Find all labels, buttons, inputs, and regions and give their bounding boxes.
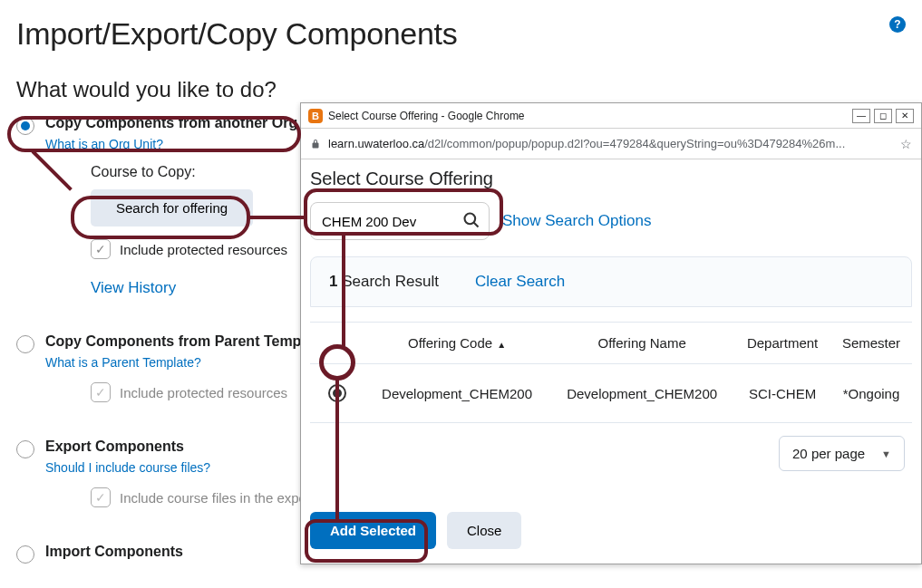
radio-label: Export Components [45,439,184,455]
col-offering-name[interactable]: Offering Name [549,323,734,364]
lock-icon [310,138,321,150]
include-course-files-checkbox: ✓ [91,487,111,507]
col-department[interactable]: Department [734,323,830,364]
bookmark-star-icon[interactable]: ☆ [900,137,912,151]
radio-copy-org-unit[interactable] [16,117,34,135]
popup-titlebar: B Select Course Offering - Google Chrome… [301,103,921,129]
row-select-radio[interactable] [328,384,346,402]
include-protected-label: Include protected resources [120,242,287,257]
include-course-files-label: Include course files in the expo [120,490,306,506]
brightspace-icon: B [308,109,323,123]
page-title: Import/Export/Copy Components [0,0,922,52]
svg-line-1 [474,223,479,227]
pager-label: 20 per page [792,446,865,461]
select-course-offering-popup: B Select Course Offering - Google Chrome… [300,102,922,564]
include-protected-checkbox[interactable]: ✓ [91,239,111,259]
help-icon[interactable]: ? [889,16,906,33]
table-row[interactable]: Development_CHEM200 Development_CHEM200 … [310,364,912,423]
popup-heading: Select Course Offering [310,161,912,189]
col-select [310,323,364,364]
cell-offering-name: Development_CHEM200 [549,364,734,423]
cell-offering-code: Development_CHEM200 [364,364,549,423]
results-summary-bar: 1 Search Result Clear Search [310,256,912,307]
results-count: 1 Search Result [329,273,439,291]
window-close-button[interactable]: ✕ [896,109,914,123]
search-icon[interactable] [462,211,480,229]
col-offering-code[interactable]: Offering Code▲ [364,323,549,364]
window-maximize-button[interactable]: ◻ [874,109,892,123]
col-semester[interactable]: Semester [830,323,912,364]
radio-export[interactable] [16,440,34,458]
show-search-options-link[interactable]: Show Search Options [502,212,651,230]
search-for-offering-button[interactable]: Search for offering [91,189,253,227]
radio-label: Import Components [45,544,183,560]
clear-search-link[interactable]: Clear Search [475,273,565,291]
sort-asc-icon: ▲ [497,340,506,350]
subheading: What would you like to do? [0,52,922,110]
radio-import[interactable] [16,545,34,564]
cell-department: SCI-CHEM [734,364,830,423]
address-path: /d2l/common/popup/popup.d2l?ou=479284&qu… [424,137,845,150]
chevron-down-icon: ▼ [881,448,891,459]
results-per-page-select[interactable]: 20 per page ▼ [779,436,905,471]
include-protected-checkbox-parent: ✓ [91,382,111,402]
radio-copy-parent[interactable] [16,335,34,353]
address-bar[interactable]: learn.uwaterloo.ca/d2l/common/popup/popu… [301,129,921,159]
window-minimize-button[interactable]: — [852,109,870,123]
popup-window-title: Select Course Offering - Google Chrome [328,110,525,122]
cell-semester: *Ongoing [830,364,912,423]
radio-label: Copy Components from another Org Unit [45,115,330,131]
address-host: learn.uwaterloo.ca [328,137,424,150]
add-selected-button[interactable]: Add Selected [310,512,436,549]
results-table: Offering Code▲ Offering Name Department … [310,322,912,423]
radio-label: Copy Components from Parent Template [45,333,326,350]
include-protected-label-parent: Include protected resources [120,385,287,400]
svg-point-0 [465,214,476,225]
close-button[interactable]: Close [447,512,521,549]
